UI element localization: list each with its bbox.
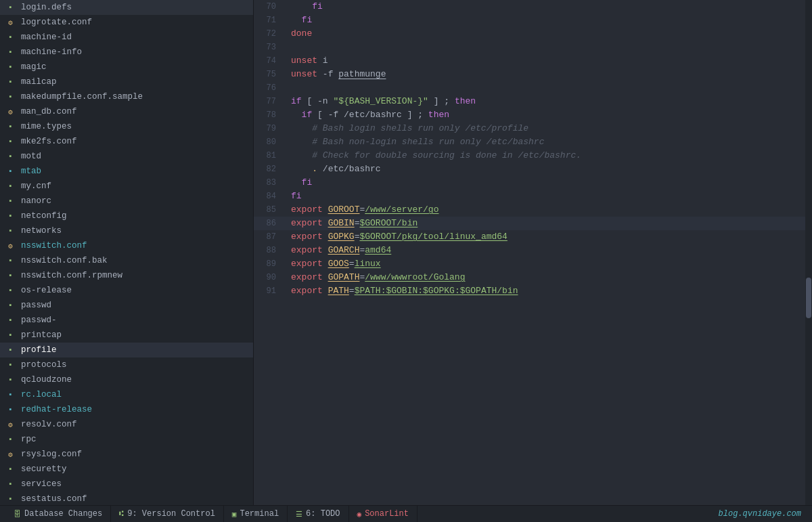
line-number: 76 xyxy=(254,83,284,93)
line-code: # Bash login shells run only /etc/profil… xyxy=(284,122,805,135)
file-item-rc-local[interactable]: ▪rc.local xyxy=(0,387,253,402)
status-tab-database-changes[interactable]: 🗄Database Changes xyxy=(5,506,111,522)
line-code: fi xyxy=(284,14,805,27)
line-number: 85 xyxy=(254,205,284,215)
line-code: unset -f pathmunge xyxy=(284,68,805,81)
file-item-magic[interactable]: ▪magic xyxy=(0,60,253,74)
file-icon: ▪ xyxy=(8,286,18,295)
file-label: motd xyxy=(21,152,41,161)
code-line-78: 78 if [ -f /etc/bashrc ] ; then xyxy=(254,108,805,122)
file-item-mailcap[interactable]: ▪mailcap xyxy=(0,74,253,89)
line-number: 86 xyxy=(254,219,284,228)
code-line-87: 87export GOPKG=$GOROOT/pkg/tool/linux_am… xyxy=(254,230,805,244)
line-number: 70 xyxy=(254,2,284,12)
code-line-86: 86export GOBIN=$GOROOT/bin xyxy=(254,217,805,230)
db-icon: 🗄 xyxy=(14,510,21,519)
file-item-man-db-conf[interactable]: ⚙man_db.conf xyxy=(0,104,253,119)
file-item-makedumpfile-conf-sample[interactable]: ▪makedumpfile.conf.sample xyxy=(0,89,253,104)
file-item-login-defs[interactable]: ▪login.defs xyxy=(0,0,253,15)
file-label: logrotate.conf xyxy=(21,18,92,27)
file-label: networks xyxy=(21,226,62,236)
file-label: nanorc xyxy=(21,196,51,206)
file-label: login.defs xyxy=(21,3,72,12)
file-item-machine-id[interactable]: ▪machine-id xyxy=(0,30,253,45)
code-line-81: 81 # Check for double sourcing is done i… xyxy=(254,149,805,162)
file-item-sestatus-conf[interactable]: ▪sestatus.conf xyxy=(0,492,253,505)
tab-label: SonarLint xyxy=(365,509,409,519)
file-item-qcloudzone[interactable]: ▪qcloudzone xyxy=(0,372,253,387)
line-number: 80 xyxy=(254,137,284,147)
code-line-89: 89export GOOS=linux xyxy=(254,257,805,271)
line-code: export GOOS=linux xyxy=(284,257,805,271)
file-item-nsswitch-conf-bak[interactable]: ▪nsswitch.conf.bak xyxy=(0,253,253,268)
line-number: 74 xyxy=(254,56,284,66)
file-icon: ▪ xyxy=(8,167,18,175)
line-code: export GOPKG=$GOROOT/pkg/tool/linux_amd6… xyxy=(284,230,805,244)
file-icon: ▪ xyxy=(8,361,18,369)
file-label: magic xyxy=(21,62,47,72)
file-item-printcap[interactable]: ▪printcap xyxy=(0,328,253,343)
file-item-resolv-conf[interactable]: ⚙resolv.conf xyxy=(0,417,253,432)
file-item-passwd[interactable]: ▪passwd xyxy=(0,298,253,313)
file-sidebar[interactable]: ▪login.defs⚙logrotate.conf▪machine-id▪ma… xyxy=(0,0,254,505)
file-item-redhat-release[interactable]: ▪redhat-release xyxy=(0,402,253,417)
file-item-logrotate-conf[interactable]: ⚙logrotate.conf xyxy=(0,15,253,30)
file-item-mke2fs-conf[interactable]: ▪mke2fs.conf xyxy=(0,134,253,149)
file-item-services[interactable]: ▪services xyxy=(0,477,253,492)
file-icon: ▪ xyxy=(8,465,18,473)
code-line-84: 84fi xyxy=(254,190,805,203)
file-label: rsyslog.conf xyxy=(21,450,82,459)
code-line-76: 76 xyxy=(254,81,805,95)
file-label: passwd xyxy=(21,301,51,310)
file-item-protocols[interactable]: ▪protocols xyxy=(0,357,253,372)
line-number: 84 xyxy=(254,192,284,201)
file-item-mime-types[interactable]: ▪mime.types xyxy=(0,119,253,134)
file-item-securetty[interactable]: ▪securetty xyxy=(0,462,253,477)
file-item-nsswitch-conf[interactable]: ⚙nsswitch.conf xyxy=(0,238,253,253)
code-line-75: 75unset -f pathmunge xyxy=(254,68,805,81)
file-item-nanorc[interactable]: ▪nanorc xyxy=(0,194,253,209)
line-number: 82 xyxy=(254,165,284,174)
file-item-nsswitch-conf-rpmnew[interactable]: ▪nsswitch.conf.rpmnew xyxy=(0,268,253,283)
status-tab-6--todo[interactable]: ☰6: TODO xyxy=(288,506,348,522)
file-item-netconfig[interactable]: ▪netconfig xyxy=(0,209,253,223)
file-item-rpc[interactable]: ▪rpc xyxy=(0,432,253,447)
status-tab-terminal[interactable]: ▣Terminal xyxy=(224,506,288,522)
file-icon: ▪ xyxy=(8,33,18,41)
file-item-rsyslog-conf[interactable]: ⚙rsyslog.conf xyxy=(0,447,253,462)
file-item-os-release[interactable]: ▪os-release xyxy=(0,283,253,298)
file-item-machine-info[interactable]: ▪machine-info xyxy=(0,45,253,60)
scrollbar[interactable] xyxy=(805,0,812,505)
status-tab-sonarlint[interactable]: ◉SonarLint xyxy=(349,506,418,522)
file-icon: ▪ xyxy=(8,346,18,354)
line-number: 90 xyxy=(254,273,284,282)
file-item-motd[interactable]: ▪motd xyxy=(0,149,253,164)
file-label: printcap xyxy=(21,330,62,340)
status-bar: 🗄Database Changes⑆9: Version Control▣Ter… xyxy=(0,505,812,522)
line-code: fi xyxy=(284,190,805,203)
code-editor: 70 fi71 fi72done7374unset i75unset -f pa… xyxy=(254,0,812,505)
code-line-70: 70 fi xyxy=(254,0,805,14)
file-item-my-cnf[interactable]: ▪my.cnf xyxy=(0,179,253,194)
status-tab-9--version-control[interactable]: ⑆9: Version Control xyxy=(111,506,224,522)
file-label: machine-info xyxy=(21,47,82,57)
file-icon: ▪ xyxy=(8,271,18,280)
file-item-networks[interactable]: ▪networks xyxy=(0,223,253,238)
line-code: unset i xyxy=(284,54,805,68)
code-line-73: 73 xyxy=(254,41,805,54)
file-label: makedumpfile.conf.sample xyxy=(21,92,143,102)
line-number: 71 xyxy=(254,16,284,25)
file-icon: ▪ xyxy=(8,331,18,339)
file-icon: ▪ xyxy=(8,480,18,488)
file-item-mtab[interactable]: ▪mtab xyxy=(0,164,253,179)
line-number: 81 xyxy=(254,151,284,160)
file-item-profile[interactable]: ▪profile xyxy=(0,343,253,357)
file-label: securetty xyxy=(21,464,67,474)
tab-label: 9: Version Control xyxy=(127,509,215,519)
line-number: 72 xyxy=(254,29,284,39)
file-item-passwd-[interactable]: ▪passwd- xyxy=(0,313,253,328)
file-label: passwd- xyxy=(21,316,57,325)
code-line-77: 77if [ -n "${BASH_VERSION-}" ] ; then xyxy=(254,95,805,108)
line-code: export GOBIN=$GOROOT/bin xyxy=(284,217,805,230)
scroll-thumb xyxy=(806,278,811,318)
